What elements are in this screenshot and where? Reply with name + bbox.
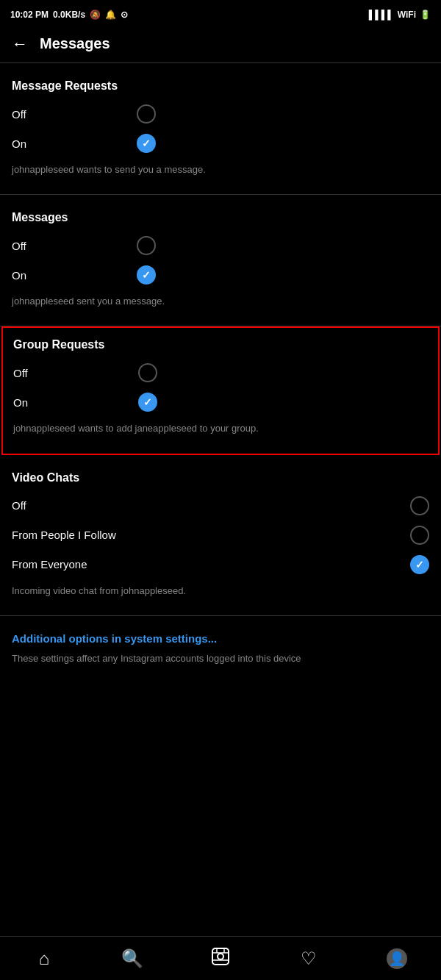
nav-heart[interactable]: ♡ [290, 944, 327, 973]
messages-section: Messages Off On johnappleseed sent you a… [0, 195, 441, 326]
nav-home[interactable]: ⌂ [26, 944, 62, 973]
reels-icon [211, 947, 230, 970]
back-button[interactable]: ← [12, 36, 28, 52]
video-off-label: Off [12, 499, 26, 512]
video-off-row[interactable]: Off [12, 496, 429, 515]
additional-section: Additional options in system settings...… [0, 616, 441, 676]
profile-avatar[interactable]: 👤 [387, 948, 407, 969]
bottom-nav: ⌂ 🔍 ♡ 👤 [0, 936, 441, 980]
nav-reels[interactable] [202, 944, 239, 973]
home-icon: ⌂ [39, 948, 50, 969]
video-off-radio[interactable] [410, 496, 429, 515]
additional-desc: These settings affect any Instagram acco… [12, 652, 429, 665]
video-everyone-row[interactable]: From Everyone [12, 555, 429, 574]
svg-rect-0 [212, 948, 229, 965]
battery-icon: 🔋 [420, 10, 431, 20]
group-requests-section: Group Requests Off On johnappleseed want… [1, 326, 440, 454]
group-requests-off-radio[interactable] [138, 363, 157, 382]
video-people-row[interactable]: From People I Follow [12, 526, 429, 545]
signal-icon: ▌▌▌▌ [369, 10, 394, 20]
messages-on-row[interactable]: On [12, 265, 429, 285]
video-everyone-radio[interactable] [410, 555, 429, 574]
message-requests-on-radio[interactable] [137, 134, 156, 153]
header: ← Messages [0, 28, 441, 63]
time: 10:02 PM [10, 10, 49, 20]
message-requests-off-radio[interactable] [137, 104, 156, 124]
heart-icon: ♡ [301, 948, 317, 969]
video-preview: Incoming video chat from johnappleseed. [12, 584, 429, 598]
messages-on-radio[interactable] [137, 265, 156, 285]
network-speed: 0.0KB/s [53, 10, 85, 20]
messages-preview: johnappleseed sent you a message. [12, 295, 429, 308]
message-requests-on-row[interactable]: On [12, 134, 429, 153]
svg-point-1 [218, 954, 223, 959]
messages-off-row[interactable]: Off [12, 236, 429, 255]
message-requests-title: Message Requests [12, 79, 429, 93]
video-chats-title: Video Chats [12, 471, 429, 484]
group-requests-on-radio[interactable] [138, 393, 157, 412]
page-title: Messages [40, 35, 110, 52]
messages-off-radio[interactable] [137, 236, 156, 255]
status-bar: 10:02 PM 0.0KB/s 🔕 🔔 ⊙ ▌▌▌▌ WiFi 🔋 [0, 0, 441, 28]
message-requests-preview: johnappleseed wants to send you a messag… [12, 163, 429, 176]
message-requests-off-row[interactable]: Off [12, 104, 429, 124]
group-requests-off-label: Off [13, 367, 131, 379]
group-requests-preview: johnappleseed wants to add janeappleseed… [13, 422, 428, 435]
nav-profile[interactable]: 👤 [379, 944, 415, 973]
message-requests-off-label: Off [12, 108, 129, 121]
message-requests-section: Message Requests Off On johnappleseed wa… [0, 63, 441, 195]
video-people-label: From People I Follow [12, 529, 116, 541]
messages-off-label: Off [12, 240, 129, 252]
messages-title: Messages [12, 211, 429, 224]
dnd-icon: ⊙ [121, 10, 128, 20]
nav-search[interactable]: 🔍 [114, 944, 151, 973]
additional-title[interactable]: Additional options in system settings... [12, 632, 429, 645]
message-requests-on-label: On [12, 137, 129, 150]
messages-on-label: On [12, 269, 129, 282]
status-right: ▌▌▌▌ WiFi 🔋 [369, 10, 431, 20]
status-left: 10:02 PM 0.0KB/s 🔕 🔔 ⊙ [10, 10, 128, 20]
mute-icon: 🔕 [90, 10, 101, 20]
wifi-icon: WiFi [398, 10, 416, 20]
group-requests-on-label: On [13, 396, 131, 409]
group-requests-off-row[interactable]: Off [13, 363, 428, 382]
video-chats-section: Video Chats Off From People I Follow Fro… [0, 455, 441, 616]
group-requests-on-row[interactable]: On [13, 393, 428, 412]
search-icon: 🔍 [121, 948, 143, 969]
video-people-radio[interactable] [410, 526, 429, 545]
group-requests-title: Group Requests [13, 338, 428, 351]
notification-icon: 🔔 [105, 10, 116, 20]
video-everyone-label: From Everyone [12, 558, 87, 571]
